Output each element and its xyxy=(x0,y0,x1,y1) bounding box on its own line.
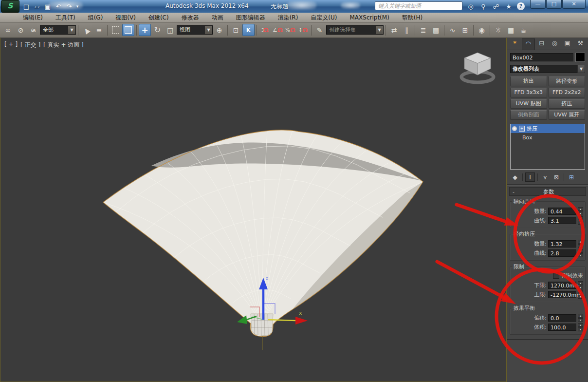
percent-snap-icon[interactable]: %Ω xyxy=(284,24,296,36)
tab-hierarchy[interactable]: ⊟ xyxy=(535,38,548,50)
modifier-button-bevel-profile[interactable]: 倒角剖面 xyxy=(510,110,547,120)
favorites-star-icon[interactable]: ★ xyxy=(504,3,513,10)
select-and-rotate-icon[interactable]: ↻ xyxy=(151,24,164,36)
window-crossing-toggle-icon[interactable] xyxy=(122,24,134,36)
schematic-view-icon[interactable]: ⊞ xyxy=(459,24,471,36)
select-and-link-icon[interactable]: ∞ xyxy=(2,24,14,36)
menu-maxscript[interactable]: MAXScript(M) xyxy=(344,13,396,22)
menu-customize[interactable]: 自定义(U) xyxy=(304,13,343,22)
use-pivot-center-icon[interactable]: ⊕ xyxy=(213,24,225,36)
axial-amount-field[interactable]: 0.44 xyxy=(548,208,576,215)
close-button[interactable]: × xyxy=(562,0,586,9)
tab-motion[interactable]: ◎ xyxy=(549,38,561,50)
tab-display[interactable]: ▣ xyxy=(561,38,574,50)
graphite-ribbon-icon[interactable]: ▤ xyxy=(430,24,442,36)
remove-modifier-icon[interactable]: ⊠ xyxy=(551,172,561,182)
axial-curve-field[interactable]: 3.1 xyxy=(548,217,576,224)
menu-views[interactable]: 视图(V) xyxy=(109,13,142,22)
layer-manager-icon[interactable]: ≣ xyxy=(417,24,429,36)
dropdown-arrow-icon[interactable]: ▼ xyxy=(577,65,585,73)
stack-item-box[interactable]: Box xyxy=(511,133,585,142)
modifier-button-ffd3x3x3[interactable]: FFD 3x3x3 xyxy=(510,88,547,97)
tab-utilities[interactable]: ⚒ xyxy=(574,38,587,50)
menu-modifiers[interactable]: 修改器 xyxy=(175,13,205,22)
spinner-control[interactable]: ▴▾ xyxy=(578,290,583,298)
align-icon[interactable]: ∥ xyxy=(401,24,413,36)
snap-toggle-3d-icon[interactable]: 3Ω xyxy=(259,24,271,36)
communication-center-icon[interactable]: ☍ xyxy=(492,3,500,10)
menu-rendering[interactable]: 渲染(R) xyxy=(272,13,305,22)
render-production-icon[interactable]: ☕ xyxy=(517,24,530,36)
selection-filter-dropdown[interactable]: 全部▼ xyxy=(40,25,76,35)
keyboard-override-toggle-icon[interactable]: K xyxy=(242,24,255,36)
spinner-control[interactable]: ▴▾ xyxy=(578,281,583,289)
menu-create[interactable]: 创建(C) xyxy=(142,13,175,22)
spinner-control[interactable]: ▴▾ xyxy=(578,216,583,224)
show-end-result-icon[interactable]: I xyxy=(525,172,535,182)
stack-item-squeeze[interactable]: + 挤压 xyxy=(511,124,585,133)
dropdown-arrow-icon[interactable]: ▼ xyxy=(376,26,383,34)
mirror-icon[interactable]: ⇄ xyxy=(388,24,400,36)
expand-icon[interactable]: + xyxy=(519,126,525,132)
select-by-name-icon[interactable]: ≡ xyxy=(93,24,105,36)
dropdown-arrow-icon[interactable]: ▼ xyxy=(205,26,212,34)
tab-create[interactable]: * xyxy=(509,38,521,50)
rendered-frame-window-icon[interactable]: ▦ xyxy=(505,24,517,36)
key-icon[interactable]: ⚲ xyxy=(479,3,488,10)
named-selection-dropdown[interactable]: 创建选择集▼ xyxy=(326,25,384,35)
object-name-field[interactable]: Box002 xyxy=(510,53,573,61)
new-file-icon[interactable]: □ xyxy=(21,3,32,10)
modifier-button-unwrap-uvw[interactable]: UVW 展开 xyxy=(549,110,586,120)
maximize-button[interactable]: □ xyxy=(546,0,562,9)
pin-stack-icon[interactable]: ◆ xyxy=(510,172,520,182)
minimize-button[interactable]: — xyxy=(530,0,546,9)
modifier-enable-bulb-icon[interactable] xyxy=(512,126,517,131)
radial-curve-field[interactable]: 2.8 xyxy=(548,249,576,257)
menu-edit[interactable]: 编辑(E) xyxy=(17,13,49,22)
dropdown-arrow-icon[interactable]: ▼ xyxy=(68,26,75,34)
reference-coordinate-dropdown[interactable]: 视图▼ xyxy=(177,25,213,35)
material-editor-icon[interactable]: ◉ xyxy=(476,24,488,36)
modifier-button-squeeze[interactable]: 挤压 xyxy=(549,99,586,109)
radial-amount-field[interactable]: 1.32 xyxy=(548,240,576,248)
select-and-move-icon[interactable]: + xyxy=(139,24,151,36)
edit-named-selection-sets-icon[interactable]: ✎ xyxy=(313,24,326,36)
lower-limit-field[interactable]: 1270.0mm xyxy=(548,282,576,289)
object-color-swatch[interactable] xyxy=(575,53,585,62)
viewport-menu-shading[interactable]: [ 真实 + 边面 ] xyxy=(43,41,84,49)
spinner-control[interactable]: ▴▾ xyxy=(578,249,583,257)
max-application-button[interactable]: S xyxy=(1,0,19,13)
angle-snap-icon[interactable]: ∠Ω xyxy=(272,24,284,36)
curve-editor-icon[interactable]: ∿ xyxy=(446,24,459,36)
menu-graph-editors[interactable]: 图形编辑器 xyxy=(230,13,272,22)
modifier-button-uvw-map[interactable]: UVW 贴图 xyxy=(510,99,547,109)
modifier-list-dropdown[interactable]: 修改器列表 xyxy=(510,65,577,73)
help-icon[interactable]: ? xyxy=(517,2,525,10)
search-icon[interactable]: ◎ xyxy=(466,3,475,10)
select-object-icon[interactable]: ▲ xyxy=(80,24,92,36)
viewport-menu-pov[interactable]: [ 正交 ] xyxy=(20,41,40,49)
modifier-button-path-deform[interactable]: 路径变形 xyxy=(549,76,586,86)
perspective-viewport[interactable]: [ + ] [ 正交 ] [ 真实 + 边面 ] xyxy=(0,38,507,382)
rollout-header[interactable]: - 参数 xyxy=(509,187,586,196)
select-and-manipulate-icon[interactable]: ⊡ xyxy=(230,24,242,36)
rectangular-selection-region-icon[interactable] xyxy=(110,24,122,36)
bias-field[interactable]: 0.0 xyxy=(548,314,576,322)
open-file-icon[interactable]: ▱ xyxy=(32,3,42,10)
spinner-control[interactable]: ▴▾ xyxy=(578,240,583,248)
spinner-snap-icon[interactable]: ↕Ω xyxy=(297,24,309,36)
viewcube[interactable] xyxy=(461,53,494,82)
modifier-button-ffd2x2x2[interactable]: FFD 2x2x2 xyxy=(549,88,586,97)
menu-group[interactable]: 组(G) xyxy=(82,13,110,22)
tab-modify[interactable]: ◠ xyxy=(522,38,535,50)
infocenter-search-input[interactable] xyxy=(375,1,462,10)
configure-modifier-sets-icon[interactable]: ⊞ xyxy=(567,172,576,182)
menu-help[interactable]: 帮助(H) xyxy=(396,13,429,22)
bind-to-space-warp-icon[interactable]: ≋ xyxy=(27,24,39,36)
volume-field[interactable]: 100.0 xyxy=(548,324,576,331)
limit-effect-checkbox[interactable] xyxy=(553,272,559,279)
select-and-scale-icon[interactable]: ◲ xyxy=(164,24,176,36)
spinner-control[interactable]: ▴▾ xyxy=(578,323,583,331)
menu-tools[interactable]: 工具(T) xyxy=(49,13,82,22)
menu-animation[interactable]: 动画 xyxy=(205,13,230,22)
